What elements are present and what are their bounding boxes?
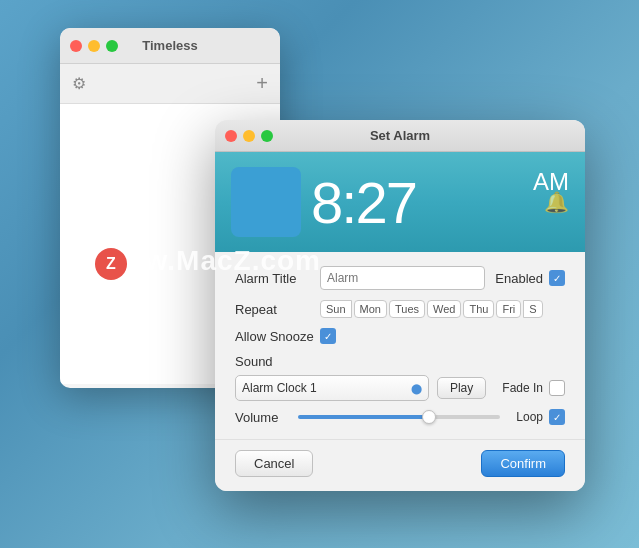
sound-value: Alarm Clock 1 — [242, 381, 317, 395]
alarm-form: Alarm Title Enabled ✓ Repeat Sun Mon Tue… — [215, 252, 585, 439]
repeat-label: Repeat — [235, 302, 320, 317]
alarm-title-input[interactable] — [320, 266, 485, 290]
settings-icon[interactable]: ⚙ — [72, 74, 86, 93]
watermark-text: www.MacZ.com — [100, 245, 321, 277]
volume-row: Volume Loop ✓ — [235, 409, 565, 425]
alarm-dialog: Set Alarm 8:27 AM 🔔 Alarm Title Enabled … — [215, 120, 585, 491]
volume-slider[interactable] — [298, 415, 500, 419]
clock-display: 8:27 AM 🔔 — [215, 152, 585, 252]
alarm-titlebar: Set Alarm — [215, 120, 585, 152]
cancel-button[interactable]: Cancel — [235, 450, 313, 477]
day-sat[interactable]: S — [523, 300, 542, 318]
bg-window-title: Timeless — [142, 38, 197, 53]
enabled-row: Enabled ✓ — [495, 270, 565, 286]
day-tues[interactable]: Tues — [389, 300, 425, 318]
alarm-dialog-title: Set Alarm — [370, 128, 430, 143]
snooze-checkbox[interactable]: ✓ — [320, 328, 336, 344]
confirm-button[interactable]: Confirm — [481, 450, 565, 477]
day-wed[interactable]: Wed — [427, 300, 461, 318]
enabled-label: Enabled — [495, 271, 543, 286]
bg-titlebar: Timeless — [60, 28, 280, 64]
days-selector: Sun Mon Tues Wed Thu Fri S — [320, 300, 565, 318]
day-mon[interactable]: Mon — [354, 300, 387, 318]
fade-in-row: Fade In — [502, 380, 565, 396]
repeat-row: Repeat Sun Mon Tues Wed Thu Fri S — [235, 300, 565, 318]
snooze-label: Allow Snooze — [235, 329, 320, 344]
play-button[interactable]: Play — [437, 377, 486, 399]
clock-separator: : — [341, 170, 355, 235]
sound-row: Alarm Clock 1 ⬤ Play Fade In — [235, 375, 565, 401]
sound-select[interactable]: Alarm Clock 1 ⬤ — [235, 375, 429, 401]
fade-in-label: Fade In — [502, 381, 543, 395]
select-arrow-icon: ⬤ — [411, 383, 422, 394]
alarm-maximize-button[interactable] — [261, 130, 273, 142]
day-fri[interactable]: Fri — [496, 300, 521, 318]
bg-close-button[interactable] — [70, 40, 82, 52]
clock-minutes: 27 — [355, 170, 416, 235]
bg-toolbar: ⚙ + — [60, 64, 280, 104]
sound-section: Sound Alarm Clock 1 ⬤ Play Fade In Volum… — [235, 354, 565, 425]
clock-time: 8:27 — [311, 169, 525, 236]
volume-thumb[interactable] — [422, 410, 436, 424]
day-sun[interactable]: Sun — [320, 300, 352, 318]
loop-checkbox[interactable]: ✓ — [549, 409, 565, 425]
alarm-traffic-lights — [225, 130, 273, 142]
volume-label: Volume — [235, 410, 290, 425]
loop-row: Loop ✓ — [516, 409, 565, 425]
bg-traffic-lights — [70, 40, 118, 52]
day-thu[interactable]: Thu — [463, 300, 494, 318]
watermark-z-badge: Z — [95, 248, 127, 280]
clock-hour: 8 — [311, 170, 341, 235]
loop-label: Loop — [516, 410, 543, 424]
clock-blue-box — [231, 167, 301, 237]
bg-maximize-button[interactable] — [106, 40, 118, 52]
bell-icon: 🔔 — [544, 190, 569, 214]
button-row: Cancel Confirm — [215, 439, 585, 491]
sound-section-label: Sound — [235, 354, 565, 369]
snooze-row: Allow Snooze ✓ — [235, 328, 565, 344]
add-icon[interactable]: + — [256, 72, 268, 95]
enabled-checkbox[interactable]: ✓ — [549, 270, 565, 286]
alarm-close-button[interactable] — [225, 130, 237, 142]
alarm-minimize-button[interactable] — [243, 130, 255, 142]
bg-minimize-button[interactable] — [88, 40, 100, 52]
fade-in-checkbox[interactable] — [549, 380, 565, 396]
